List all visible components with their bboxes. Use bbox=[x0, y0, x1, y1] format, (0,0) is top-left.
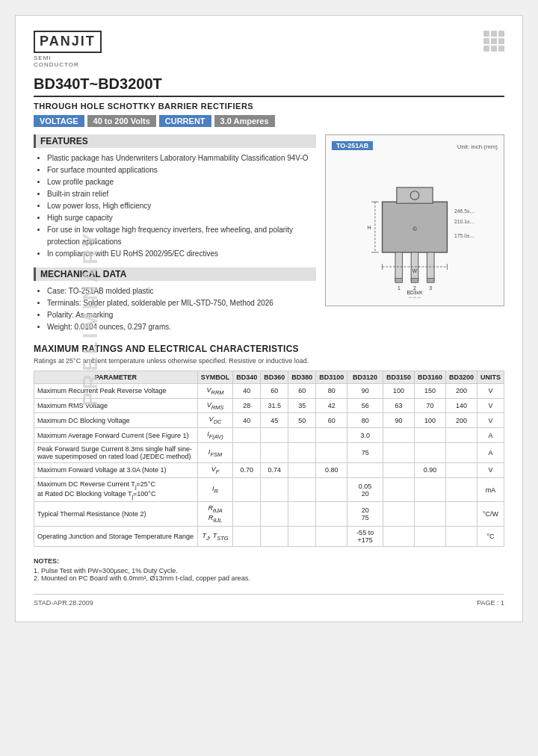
col-bd3160: BD3160 bbox=[414, 371, 445, 383]
logo-subtitle: SEMICONDUCTOR bbox=[34, 55, 79, 68]
svg-rect-1 bbox=[397, 188, 433, 203]
svg-text:1: 1 bbox=[398, 285, 401, 291]
note-1: 1. Pulse Test with PW=300μsec, 1% Duty C… bbox=[34, 567, 504, 574]
svg-text:175.0±...: 175.0±... bbox=[454, 233, 474, 238]
svg-text:H: H bbox=[368, 225, 371, 230]
mechanical-title: MECHANICAL DATA bbox=[34, 267, 316, 281]
col-bd3150: BD3150 bbox=[383, 371, 414, 383]
col-symbol: SYMBOL bbox=[197, 371, 233, 383]
preliminary-watermark: PRELIMINARY bbox=[78, 231, 102, 407]
svg-rect-6 bbox=[395, 278, 403, 282]
features-title: FEATURES bbox=[34, 134, 316, 148]
mechanical-list: Case: TO-251AB molded plastic Terminals:… bbox=[34, 285, 316, 333]
param-cell: Peak Forward Surge Current 8.3ms single … bbox=[34, 442, 198, 462]
current-value-badge: 3.0 Amperes bbox=[214, 115, 275, 127]
table-row: Maximum DC Blocking Voltage VDC 40 45 50… bbox=[34, 413, 504, 428]
svg-text:210.1±...: 210.1±... bbox=[454, 219, 474, 224]
package-diagram: H W 246.5±... 210.1±... 175.0±... 1 2 3 bbox=[332, 156, 498, 298]
right-column: TO-251AB Unit: inch (mm) bbox=[325, 134, 504, 333]
notes-section: NOTES: 1. Pulse Test with PW=300μsec, 1%… bbox=[34, 557, 504, 582]
voltage-badge: VOLTAGE bbox=[34, 115, 84, 127]
param-cell: Maximum DC Blocking Voltage bbox=[34, 413, 198, 428]
symbol-cell: IR bbox=[197, 477, 233, 502]
table-row: Maximum Recurrent Peak Reverse Voltage V… bbox=[34, 383, 504, 398]
svg-text:BD3xK: BD3xK bbox=[406, 290, 423, 295]
param-cell: Maximum RMS Voltage bbox=[34, 398, 198, 413]
col-bd3100: BD3100 bbox=[316, 371, 347, 383]
diagram-box: TO-251AB Unit: inch (mm) bbox=[325, 134, 504, 306]
ratings-subtitle: Ratings at 25°C ambient temperature unle… bbox=[34, 357, 504, 365]
notes-title: NOTES: bbox=[34, 557, 504, 565]
svg-text:3: 3 bbox=[429, 285, 432, 291]
mechanical-section: MECHANICAL DATA Case: TO-251AB molded pl… bbox=[34, 267, 316, 333]
param-cell: Maximum DC Reverse Current Tj=25°Cat Rat… bbox=[34, 477, 198, 502]
voltage-range-badge: 40 to 200 Volts bbox=[87, 115, 156, 127]
svg-text:©: © bbox=[412, 226, 417, 232]
part-title: BD340T~BD3200T bbox=[34, 75, 504, 97]
footer: STAD-APR.28.2009 PAGE : 1 bbox=[34, 594, 504, 607]
features-list: Plastic package has Underwriters Laborat… bbox=[34, 152, 316, 260]
symbol-cell: RθJARθJL bbox=[197, 502, 233, 527]
col-units: UNITS bbox=[477, 371, 504, 383]
current-badge: CURRENT bbox=[159, 115, 211, 127]
param-cell: Maximum Recurrent Peak Reverse Voltage bbox=[34, 383, 198, 398]
symbol-cell: IFSM bbox=[197, 442, 233, 462]
badge-row: VOLTAGE 40 to 200 Volts CURRENT 3.0 Ampe… bbox=[34, 115, 504, 127]
ratings-title: MAXIMUM RATINGS AND ELECTRICAL CHARACTER… bbox=[34, 344, 504, 354]
symbol-cell: VRMS bbox=[197, 398, 233, 413]
svg-text:W: W bbox=[412, 268, 418, 273]
param-cell: Operating Junction and Storage Temperatu… bbox=[34, 526, 198, 546]
col-bd3200: BD3200 bbox=[445, 371, 477, 383]
svg-rect-7 bbox=[411, 278, 418, 282]
list-item: High surge capacity bbox=[47, 212, 316, 224]
list-item: Built-in strain relief bbox=[47, 188, 316, 200]
col-bd340: BD340 bbox=[233, 371, 261, 383]
logo-text: PANJIT bbox=[34, 31, 102, 53]
note-2: 2. Mounted on PC Board with 6.0mm², Ø13m… bbox=[34, 574, 504, 582]
logo-grid-icon bbox=[483, 31, 504, 52]
svg-text:246.5±...: 246.5±... bbox=[454, 208, 474, 213]
list-item: For surface mounted applications bbox=[47, 164, 316, 176]
param-cell: Maximum Average Forward Current (See Fig… bbox=[34, 428, 198, 443]
list-item: Low profile package bbox=[47, 176, 316, 188]
table-row: Maximum Forward Voltage at 3.0A (Note 1)… bbox=[34, 462, 504, 477]
symbol-cell: IF(AV) bbox=[197, 428, 233, 443]
logo-area: PANJIT SEMICONDUCTOR bbox=[34, 31, 102, 68]
symbol-cell: VDC bbox=[197, 413, 233, 428]
symbol-cell: VRRM bbox=[197, 383, 233, 398]
table-row: Maximum Average Forward Current (See Fig… bbox=[34, 428, 504, 443]
footer-left: STAD-APR.28.2009 bbox=[34, 599, 93, 607]
main-content: FEATURES Plastic package has Underwriter… bbox=[34, 134, 504, 333]
part-subtitle: THROUGH HOLE SCHOTTKY BARRIER RECTIFIERS bbox=[34, 102, 504, 111]
footer-right: PAGE : 1 bbox=[477, 599, 504, 607]
electrical-table: PARAMETER SYMBOL BD340 BD360 BD380 BD310… bbox=[34, 371, 504, 547]
left-column: FEATURES Plastic package has Underwriter… bbox=[34, 134, 316, 333]
header: PANJIT SEMICONDUCTOR bbox=[34, 31, 504, 68]
table-row: Maximum DC Reverse Current Tj=25°Cat Rat… bbox=[34, 477, 504, 502]
diagram-label: TO-251AB bbox=[332, 141, 373, 150]
param-cell: Typical Thermal Resistance (Note 2) bbox=[34, 502, 198, 527]
svg-rect-8 bbox=[427, 278, 434, 282]
table-row: Maximum RMS Voltage VRMS 28 31.5 35 42 5… bbox=[34, 398, 504, 413]
param-cell: Maximum Forward Voltage at 3.0A (Note 1) bbox=[34, 462, 198, 477]
col-parameter: PARAMETER bbox=[34, 371, 198, 383]
table-row: Operating Junction and Storage Temperatu… bbox=[34, 526, 504, 546]
col-bd380: BD380 bbox=[288, 371, 316, 383]
table-row: Peak Forward Surge Current 8.3ms single … bbox=[34, 442, 504, 462]
symbol-cell: VF bbox=[197, 462, 233, 477]
col-bd3120: BD3120 bbox=[347, 371, 383, 383]
symbol-cell: TJ, TSTG bbox=[197, 526, 233, 546]
table-row: Typical Thermal Resistance (Note 2) RθJA… bbox=[34, 502, 504, 527]
svg-text:①②③: ①②③ bbox=[408, 297, 421, 298]
diagram-unit: Unit: inch (mm) bbox=[457, 143, 498, 150]
list-item: Plastic package has Underwriters Laborat… bbox=[47, 152, 316, 164]
list-item: Low power loss, High efficiency bbox=[47, 200, 316, 212]
col-bd360: BD360 bbox=[261, 371, 288, 383]
ratings-section: MAXIMUM RATINGS AND ELECTRICAL CHARACTER… bbox=[34, 344, 504, 547]
